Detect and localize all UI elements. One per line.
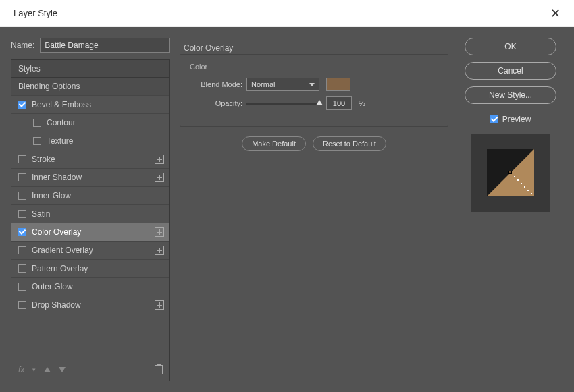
middle-column: Color Overlay Color Blend Mode: Normal O… [180,38,448,381]
blend-mode-label: Blend Mode: [190,80,242,88]
effect-checkbox[interactable] [33,119,41,127]
right-column: OK Cancel New Style... Preview [458,38,563,381]
move-up-icon[interactable] [44,367,51,372]
effect-label: Bevel & Emboss [32,100,91,109]
effect-label: Stroke [32,155,55,164]
slider-thumb-icon[interactable] [316,100,323,105]
make-default-button[interactable]: Make Default [242,136,306,151]
titlebar: Layer Style ✕ [0,0,574,27]
effect-item-contour[interactable]: Contour [11,114,169,132]
effect-item-inner-shadow[interactable]: Inner Shadow [11,169,169,187]
effect-checkbox[interactable] [18,246,26,254]
panel-title: Color Overlay [180,38,448,53]
effect-label: Outer Glow [32,282,73,291]
dialog-title: Layer Style [8,8,57,18]
effect-label: Inner Shadow [32,173,82,182]
styles-box: Styles Blending Options Bevel & EmbossCo… [11,59,170,381]
cancel-button[interactable]: Cancel [465,62,556,80]
effect-item-satin[interactable]: Satin [11,205,169,223]
opacity-unit: % [359,99,365,107]
effect-label: Satin [32,209,50,219]
effect-checkbox[interactable] [18,228,26,236]
effect-checkbox[interactable] [18,210,26,218]
color-overlay-panel: Color Blend Mode: Normal Opacity: % [180,54,448,127]
effect-label: Drop Shadow [32,300,81,310]
default-buttons-row: Make Default Reset to Default [180,136,448,151]
effect-label: Gradient Overlay [32,246,93,255]
reset-default-button[interactable]: Reset to Default [313,136,386,151]
dialog-body: Name: Styles Blending Options Bevel & Em… [0,27,574,392]
fx-chevron-icon: ▾ [32,366,36,373]
styles-footer: fx ▾ [11,358,169,381]
fx-icon[interactable]: fx [18,365,24,374]
name-input[interactable] [40,38,170,53]
effect-label: Texture [47,136,73,146]
color-swatch[interactable] [326,78,350,91]
effect-item-inner-glow[interactable]: Inner Glow [11,187,169,205]
effect-item-pattern-overlay[interactable]: Pattern Overlay [11,260,169,278]
styles-header: Styles [11,60,169,78]
effect-item-texture[interactable]: Texture [11,132,169,150]
close-icon[interactable]: ✕ [545,3,566,24]
add-effect-icon[interactable] [155,155,164,164]
effect-label: Inner Glow [32,191,71,200]
effect-item-color-overlay[interactable]: Color Overlay [11,223,169,242]
move-down-icon[interactable] [59,367,66,372]
effect-item-gradient-overlay[interactable]: Gradient Overlay [11,242,169,260]
preview-box [471,134,550,212]
add-effect-icon[interactable] [155,300,164,310]
opacity-slider[interactable] [246,103,319,105]
opacity-label: Opacity: [190,99,242,107]
blending-options-item[interactable]: Blending Options [11,78,169,96]
blend-mode-row: Blend Mode: Normal [190,78,438,91]
trash-icon[interactable] [155,365,163,374]
name-row: Name: [11,38,170,53]
add-effect-icon[interactable] [155,173,164,182]
effect-label: Color Overlay [32,227,81,237]
effect-item-stroke[interactable]: Stroke [11,150,169,169]
left-column: Name: Styles Blending Options Bevel & Em… [11,38,170,381]
opacity-input[interactable] [326,96,352,110]
preview-checkbox[interactable] [490,115,498,123]
effect-item-bevel-emboss[interactable]: Bevel & Emboss [11,96,169,114]
effect-checkbox[interactable] [33,137,41,145]
ok-button[interactable]: OK [465,38,556,55]
add-effect-icon[interactable] [155,227,164,237]
new-style-button[interactable]: New Style... [465,86,556,104]
preview-row: Preview [490,115,531,124]
effects-list: Blending Options Bevel & EmbossContourTe… [11,78,169,358]
name-label: Name: [11,40,34,50]
effect-label: Pattern Overlay [32,264,88,273]
blend-mode-select[interactable]: Normal [246,78,319,91]
effect-checkbox[interactable] [18,264,26,273]
panel-subtitle: Color [190,63,438,71]
effect-label: Contour [47,118,76,128]
effect-checkbox[interactable] [18,283,26,291]
effect-checkbox[interactable] [18,155,26,163]
effect-checkbox[interactable] [18,192,26,200]
blend-mode-value: Normal [251,80,275,88]
effect-item-drop-shadow[interactable]: Drop Shadow [11,296,169,314]
effect-item-outer-glow[interactable]: Outer Glow [11,278,169,296]
add-effect-icon[interactable] [155,246,164,255]
preview-thumbnail [487,149,534,196]
opacity-row: Opacity: % [190,96,438,110]
blending-options-label: Blending Options [18,82,80,91]
effect-checkbox[interactable] [18,101,26,109]
effect-checkbox[interactable] [18,301,26,309]
effect-checkbox[interactable] [18,173,26,181]
layer-style-dialog: Layer Style ✕ Name: Styles Blending Opti… [0,0,574,392]
preview-label: Preview [502,115,531,124]
